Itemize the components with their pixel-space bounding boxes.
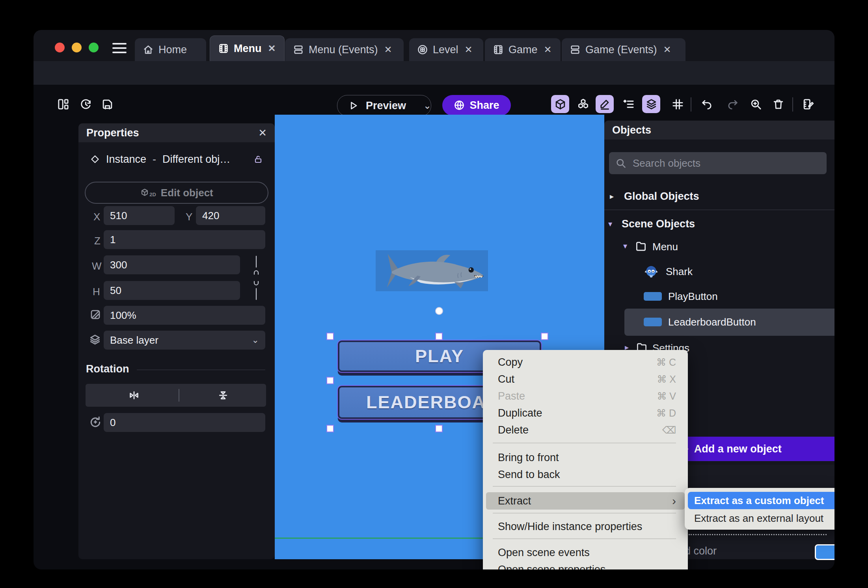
preview-button[interactable]: Preview ⌄ bbox=[337, 95, 431, 116]
chevron-down-icon[interactable]: ⌄ bbox=[423, 100, 431, 111]
tab-menu-events[interactable]: Menu (Events) ✕ bbox=[285, 38, 404, 61]
chevron-right-icon: › bbox=[672, 494, 676, 508]
trash-icon[interactable] bbox=[769, 95, 787, 113]
menu-item-paste[interactable]: Paste ⌘ V bbox=[483, 387, 688, 405]
menu-item-open-scene-properties[interactable]: Open scene properties bbox=[483, 561, 688, 569]
section-divider bbox=[604, 210, 834, 210]
separator: - bbox=[153, 153, 156, 166]
selection-handle-bottom-mid[interactable] bbox=[435, 425, 443, 432]
close-icon[interactable]: ✕ bbox=[258, 127, 267, 139]
search-input[interactable] bbox=[632, 157, 820, 170]
submenu-item-label: Extract as an external layout bbox=[694, 512, 823, 525]
edit-object-label: Edit object bbox=[161, 187, 213, 199]
menu-divider bbox=[493, 443, 676, 443]
opacity-input[interactable] bbox=[104, 306, 265, 325]
menu-item-send-to-back[interactable]: Send to back bbox=[483, 466, 688, 483]
menu-item-bring-to-front[interactable]: Bring to front bbox=[483, 449, 688, 466]
tab-label: Game bbox=[509, 44, 538, 56]
folder-icon bbox=[635, 240, 647, 252]
share-button[interactable]: Share bbox=[442, 95, 511, 115]
instance-register-icon[interactable] bbox=[799, 95, 817, 113]
play-button-label: PLAY bbox=[415, 346, 464, 367]
z-input[interactable] bbox=[104, 230, 265, 249]
grid-icon[interactable] bbox=[669, 95, 687, 113]
shortcut-label: ⌘ X bbox=[657, 374, 676, 385]
undo-icon[interactable] bbox=[697, 95, 715, 113]
dotted-divider bbox=[689, 534, 827, 535]
close-icon[interactable]: ✕ bbox=[465, 44, 473, 55]
tree-item-leaderboardbutton[interactable]: LeaderboardButton bbox=[604, 310, 834, 334]
tree-item-menu[interactable]: ▾ Menu bbox=[604, 235, 834, 259]
menu-item-show-hide-instance-properties[interactable]: Show/Hide instance properties bbox=[483, 518, 688, 535]
close-icon[interactable]: ✕ bbox=[663, 44, 671, 55]
color-swatch[interactable] bbox=[815, 544, 834, 560]
selection-handle-mid-left[interactable] bbox=[326, 377, 334, 384]
shortcut-label: ⌘ C bbox=[656, 357, 676, 368]
rotate-handle[interactable] bbox=[435, 307, 443, 315]
rotation-input[interactable] bbox=[104, 413, 265, 432]
h-input[interactable] bbox=[104, 281, 240, 300]
instances-list-icon[interactable] bbox=[619, 95, 637, 113]
edit-object-button[interactable]: 2D Edit object bbox=[85, 182, 268, 204]
tab-game[interactable]: Game ✕ bbox=[485, 38, 561, 61]
menu-item-label: Show/Hide instance properties bbox=[498, 521, 642, 533]
close-icon[interactable]: ✕ bbox=[544, 44, 552, 55]
objects-mode-icon[interactable] bbox=[551, 95, 569, 113]
selection-handle-top-right[interactable] bbox=[541, 333, 548, 340]
tab-level[interactable]: Level ✕ bbox=[409, 38, 483, 61]
submenu-item-extract-custom-object[interactable]: Extract as a custom object bbox=[688, 492, 834, 509]
tab-game-events[interactable]: Game (Events) ✕ bbox=[562, 38, 685, 61]
tab-home[interactable]: Home bbox=[135, 38, 206, 61]
search-objects-box[interactable] bbox=[609, 152, 827, 174]
unlock-icon[interactable] bbox=[253, 154, 263, 164]
menu-item-label: Duplicate bbox=[498, 407, 542, 419]
shark-sprite[interactable] bbox=[376, 250, 488, 291]
menu-item-cut[interactable]: Cut ⌘ X bbox=[483, 370, 688, 388]
divider bbox=[691, 97, 691, 112]
traffic-zoom-button[interactable] bbox=[89, 43, 99, 52]
menu-item-delete[interactable]: Delete ⌫ bbox=[483, 421, 688, 439]
tab-label: Game (Events) bbox=[585, 44, 657, 56]
selection-handle-top-left[interactable] bbox=[326, 333, 334, 340]
color-row-label: d color bbox=[685, 545, 717, 557]
traffic-minimize-button[interactable] bbox=[72, 43, 82, 52]
layers-panel-icon[interactable] bbox=[642, 95, 660, 113]
zoom-in-icon[interactable] bbox=[747, 95, 765, 113]
x-input[interactable] bbox=[104, 206, 175, 225]
y-input[interactable] bbox=[196, 206, 265, 225]
menu-item-label: Extract bbox=[498, 495, 531, 507]
selection-handle-top-mid[interactable] bbox=[435, 333, 443, 340]
flip-horizontal-icon[interactable] bbox=[128, 389, 140, 401]
tree-item-shark[interactable]: Shark bbox=[604, 260, 834, 283]
objects-groups-icon[interactable] bbox=[574, 95, 592, 113]
caret-down-icon[interactable]: ▾ bbox=[623, 241, 627, 251]
layer-select[interactable]: Base layer ⌄ bbox=[104, 331, 265, 350]
save-icon[interactable] bbox=[98, 95, 116, 113]
flip-vertical-icon[interactable] bbox=[217, 389, 229, 401]
traffic-close-button[interactable] bbox=[55, 43, 65, 52]
edit-mode-icon[interactable] bbox=[596, 95, 614, 113]
badge-2d: 2D bbox=[149, 192, 156, 197]
shark-thumbnail-icon bbox=[644, 264, 659, 279]
menu-item-label: Open scene properties bbox=[498, 564, 605, 570]
instance-label: Instance bbox=[106, 153, 146, 166]
tab-menu[interactable]: Menu ✕ bbox=[210, 35, 285, 61]
menu-item-extract[interactable]: Extract › bbox=[486, 492, 685, 510]
history-icon[interactable] bbox=[76, 95, 95, 113]
menu-item-copy[interactable]: Copy ⌘ C bbox=[483, 354, 688, 371]
tree-item-playbutton[interactable]: PlayButton bbox=[604, 285, 834, 308]
w-input[interactable] bbox=[104, 255, 240, 274]
tree-item-label: LeaderboardButton bbox=[668, 316, 756, 328]
selection-handle-bottom-left[interactable] bbox=[326, 425, 334, 432]
scene-objects-row[interactable]: ▾ Scene Objects bbox=[608, 214, 834, 233]
menu-item-duplicate[interactable]: Duplicate ⌘ D bbox=[483, 404, 688, 422]
close-icon[interactable]: ✕ bbox=[384, 44, 392, 55]
level-icon bbox=[417, 44, 428, 55]
global-objects-row[interactable]: ▸ Global Objects bbox=[610, 187, 834, 206]
project-manager-icon[interactable] bbox=[54, 95, 72, 113]
close-icon[interactable]: ✕ bbox=[268, 43, 276, 54]
submenu-item-extract-external-layout[interactable]: Extract as an external layout bbox=[688, 510, 834, 527]
link-dimensions-icon[interactable] bbox=[251, 255, 261, 300]
redo-icon[interactable] bbox=[724, 95, 742, 113]
menu-item-open-scene-events[interactable]: Open scene events bbox=[483, 544, 688, 561]
